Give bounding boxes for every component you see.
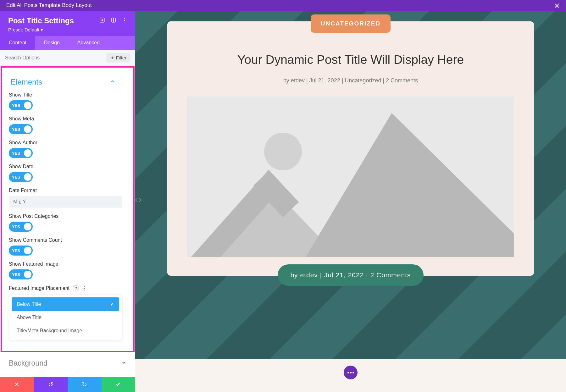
toggle-show-comments[interactable]: YES: [9, 246, 33, 256]
featured-image-placeholder: [187, 97, 514, 257]
field-show-meta: Show Meta YES: [9, 116, 126, 134]
date-format-input[interactable]: [9, 196, 122, 208]
field-placement: Featured Image Placement ? ⋮ Below Title…: [9, 285, 126, 340]
toggle-show-author[interactable]: YES: [9, 148, 33, 158]
resize-handle-icon[interactable]: [135, 196, 142, 204]
field-show-title: Show Title YES: [9, 92, 126, 110]
toggle-show-featured[interactable]: YES: [9, 269, 33, 279]
tabs: Content Design Advanced: [0, 36, 135, 50]
post-card: Your Dynamic Post Title Will Display Her…: [167, 21, 534, 276]
save-button[interactable]: ✔: [102, 377, 136, 392]
cancel-button[interactable]: ✕: [0, 377, 34, 392]
responsive-icon[interactable]: [111, 17, 116, 24]
check-icon: ✔: [110, 301, 114, 307]
toggle-show-meta[interactable]: YES: [9, 124, 33, 134]
field-more-icon[interactable]: ⋮: [82, 285, 87, 291]
placement-option-bg[interactable]: Title/Meta Background Image: [12, 324, 119, 337]
chevron-down-icon: [121, 360, 126, 367]
settings-title: Post Title Settings: [8, 16, 74, 25]
tab-advanced[interactable]: Advanced: [69, 36, 108, 50]
sidebar-header: Post Title Settings ⋮ Preset: Default ▾: [0, 11, 135, 36]
svg-point-5: [264, 133, 302, 170]
field-show-featured: Show Featured Image YES: [9, 261, 126, 279]
toggle-show-date[interactable]: YES: [9, 172, 33, 182]
svg-point-1: [102, 20, 103, 21]
search-input[interactable]: [5, 55, 106, 61]
redo-button[interactable]: ↻: [68, 377, 102, 392]
toggle-show-title[interactable]: YES: [9, 100, 33, 110]
footer-buttons: ✕ ↺ ↻ ✔: [0, 377, 135, 392]
post-meta: by etdev | Jul 21, 2022 | Uncategorized …: [283, 77, 418, 84]
placement-option-below[interactable]: Below Title ✔: [12, 297, 119, 311]
more-icon[interactable]: ⋮: [122, 17, 127, 24]
elements-title: Elements: [11, 78, 42, 86]
field-date-format: Date Format: [9, 188, 126, 208]
hover-icon[interactable]: [99, 17, 105, 24]
settings-sidebar: Post Title Settings ⋮ Preset: Default ▾ …: [0, 11, 135, 392]
placement-dropdown: Below Title ✔ Above Title Title/Meta Bac…: [9, 295, 122, 340]
background-section[interactable]: Background: [0, 353, 135, 374]
panel-body[interactable]: Elements ⋮ Show Title YES Show Meta YES …: [0, 66, 135, 377]
search-row: ＋ Filter: [0, 50, 135, 66]
topbar-title: Edit All Posts Template Body Layout: [6, 2, 92, 8]
field-show-categories: Show Post Categories YES: [9, 213, 126, 232]
tab-design[interactable]: Design: [35, 36, 69, 50]
chevron-up-icon[interactable]: [110, 79, 115, 85]
preset-selector[interactable]: Preset: Default ▾: [8, 27, 127, 33]
dots-icon: [347, 372, 354, 373]
field-show-author: Show Author YES: [9, 140, 126, 158]
toggle-show-categories[interactable]: YES: [9, 222, 33, 232]
category-badge[interactable]: UNCATEGORIZED: [311, 14, 391, 33]
filter-button[interactable]: ＋ Filter: [106, 53, 130, 63]
elements-section-highlight: Elements ⋮ Show Title YES Show Meta YES …: [1, 66, 135, 352]
post-title: Your Dynamic Post Title Will Display Her…: [237, 53, 464, 67]
section-more-icon[interactable]: ⋮: [119, 79, 125, 85]
preview-canvas: UNCATEGORIZED Your Dynamic Post Title Wi…: [135, 11, 566, 392]
elements-header[interactable]: Elements ⋮: [11, 78, 125, 86]
fab-more-button[interactable]: [344, 366, 358, 379]
top-bar: Edit All Posts Template Body Layout ✕: [0, 0, 566, 11]
meta-badge[interactable]: by etdev | Jul 21, 2022 | 2 Comments: [278, 264, 423, 286]
tab-content[interactable]: Content: [0, 36, 35, 50]
close-icon[interactable]: ✕: [554, 2, 560, 10]
placement-option-above[interactable]: Above Title: [12, 311, 119, 324]
field-show-comments: Show Comments Count YES: [9, 237, 126, 256]
field-show-date: Show Date YES: [9, 164, 126, 182]
undo-button[interactable]: ↺: [34, 377, 68, 392]
help-icon[interactable]: ?: [73, 285, 79, 291]
